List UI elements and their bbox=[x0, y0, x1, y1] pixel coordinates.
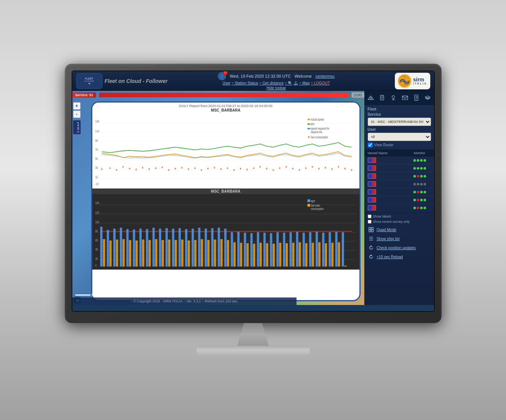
username[interactable]: centermsc bbox=[315, 74, 335, 78]
svg-point-18 bbox=[116, 169, 117, 171]
svg-rect-147 bbox=[286, 243, 288, 267]
dot bbox=[423, 167, 426, 170]
dot bbox=[420, 199, 423, 201]
vessel-row[interactable] bbox=[365, 180, 434, 188]
check-position-updates-option[interactable]: Check position updates bbox=[368, 243, 431, 252]
email-icon-btn[interactable] bbox=[399, 92, 410, 103]
user-icon-badge[interactable]: 👤 12 bbox=[218, 72, 226, 80]
service-select[interactable]: 01 - MSC - MEDITERRANEAN SHIPPING C bbox=[368, 118, 431, 126]
dot bbox=[413, 207, 416, 209]
document-icon-btn[interactable] bbox=[411, 92, 422, 103]
vessel-row[interactable] bbox=[365, 196, 434, 204]
svg-rect-137 bbox=[220, 239, 222, 267]
svg-point-52 bbox=[338, 166, 339, 168]
dot bbox=[413, 183, 416, 185]
show-labels-checkbox[interactable] bbox=[368, 215, 371, 218]
svg-rect-175 bbox=[369, 230, 371, 232]
svg-rect-127 bbox=[155, 239, 157, 267]
svg-point-35 bbox=[227, 167, 228, 169]
nav-logout[interactable]: LOGOUT bbox=[314, 81, 330, 85]
ship-icon-btn[interactable] bbox=[365, 92, 376, 103]
fleet-label: Fleet bbox=[368, 107, 431, 111]
show-labels-option[interactable]: Show labels bbox=[368, 215, 431, 218]
map-background: Service: 01 (126) + - C M A P DAILY bbox=[72, 91, 364, 305]
vessel-flag bbox=[368, 181, 376, 187]
svg-rect-162 bbox=[370, 98, 371, 100]
vessel-row[interactable] bbox=[365, 172, 434, 180]
nav-anchor-icon[interactable]: ⚓ bbox=[294, 81, 298, 85]
monitor-stand-neck bbox=[231, 323, 276, 346]
svg-point-49 bbox=[318, 168, 319, 170]
top-chart-area: 130 110 90 70 50 30 10 -10 bbox=[92, 113, 359, 188]
svg-rect-82 bbox=[113, 228, 115, 267]
svg-rect-91 bbox=[172, 228, 174, 267]
monitor-dots bbox=[408, 207, 431, 209]
refresh-icon bbox=[368, 244, 375, 251]
user-select[interactable]: All bbox=[368, 133, 431, 141]
nav-search-icon[interactable]: 🔍 bbox=[288, 81, 292, 85]
monitor-dots bbox=[408, 199, 431, 201]
svg-text:request eta: request eta bbox=[310, 130, 322, 134]
clipboard-icon-btn[interactable] bbox=[377, 92, 387, 103]
svg-point-41 bbox=[266, 168, 267, 170]
nav-station-status[interactable]: Station Status bbox=[235, 81, 258, 85]
svg-rect-143 bbox=[259, 243, 261, 267]
svg-rect-150 bbox=[305, 243, 307, 267]
monitor-dots bbox=[408, 183, 431, 185]
topbar-nav: User ~ Station Status ~ Get distance ~ 🔍… bbox=[223, 81, 330, 85]
svg-point-42 bbox=[272, 169, 274, 171]
zoom-out-button[interactable]: - bbox=[73, 110, 81, 118]
vessel-row[interactable] bbox=[365, 156, 434, 164]
hide-topbar-btn[interactable]: Hide topbar bbox=[266, 86, 286, 90]
svg-text:110: 110 bbox=[95, 129, 99, 133]
nav-user[interactable]: User bbox=[223, 81, 231, 85]
dot bbox=[417, 175, 419, 178]
quad-mode-option[interactable]: Quad Mode bbox=[368, 225, 431, 234]
service-count: (126) bbox=[352, 92, 364, 98]
reload-option[interactable]: +10 sec Reload bbox=[368, 252, 431, 261]
zoom-in-button[interactable]: + bbox=[73, 102, 81, 110]
vessel-row[interactable] bbox=[365, 188, 434, 196]
svg-rect-136 bbox=[214, 239, 216, 267]
service-badge[interactable]: Service: 01 bbox=[72, 92, 96, 98]
svg-rect-89 bbox=[159, 228, 161, 267]
monitor-dots bbox=[408, 159, 431, 162]
dot bbox=[423, 199, 426, 201]
fleet-section: Fleet Service 01 - MSC - MEDITERRANEAN S… bbox=[365, 105, 434, 150]
svg-rect-151 bbox=[312, 243, 314, 267]
show-recent-survey-checkbox[interactable] bbox=[368, 220, 371, 224]
show-ship-list-option[interactable]: Show ship list bbox=[368, 234, 431, 243]
col-vessel-name: Vessel Name bbox=[368, 151, 408, 155]
dot bbox=[420, 191, 423, 193]
monitor-dots bbox=[408, 167, 431, 170]
svg-rect-156 bbox=[344, 266, 346, 267]
vessel-row[interactable] bbox=[365, 164, 434, 172]
svg-rect-112 bbox=[309, 232, 311, 267]
nav-map[interactable]: Map bbox=[303, 81, 310, 85]
svg-point-30 bbox=[194, 167, 195, 169]
svg-rect-126 bbox=[148, 240, 151, 267]
view-route-checkbox[interactable] bbox=[368, 143, 373, 147]
location-icon-btn[interactable] bbox=[388, 92, 399, 103]
vessel-row[interactable] bbox=[365, 204, 434, 212]
svg-rect-59 bbox=[307, 128, 310, 129]
svg-text:-10: -10 bbox=[95, 182, 99, 186]
layers-icon-btn[interactable] bbox=[422, 92, 433, 103]
nav-get-distance[interactable]: Get distance bbox=[263, 81, 284, 85]
svg-rect-123 bbox=[129, 240, 131, 267]
svg-rect-173 bbox=[369, 227, 371, 229]
svg-rect-149 bbox=[298, 242, 301, 267]
dot bbox=[413, 191, 416, 193]
dot bbox=[420, 175, 423, 178]
svg-text:50: 50 bbox=[95, 157, 98, 161]
monitor-stand-base bbox=[197, 346, 310, 356]
svg-rect-131 bbox=[181, 239, 183, 267]
quad-mode-text: Quad Mode bbox=[377, 228, 396, 232]
show-recent-survey-option[interactable]: Show recent survey only bbox=[368, 220, 431, 224]
svg-point-26 bbox=[168, 169, 169, 171]
check-position-updates-text: Check position updates bbox=[377, 246, 416, 250]
svg-point-36 bbox=[233, 169, 234, 171]
svg-rect-124 bbox=[135, 241, 138, 267]
svg-point-53 bbox=[344, 168, 345, 170]
svg-rect-110 bbox=[296, 232, 298, 267]
